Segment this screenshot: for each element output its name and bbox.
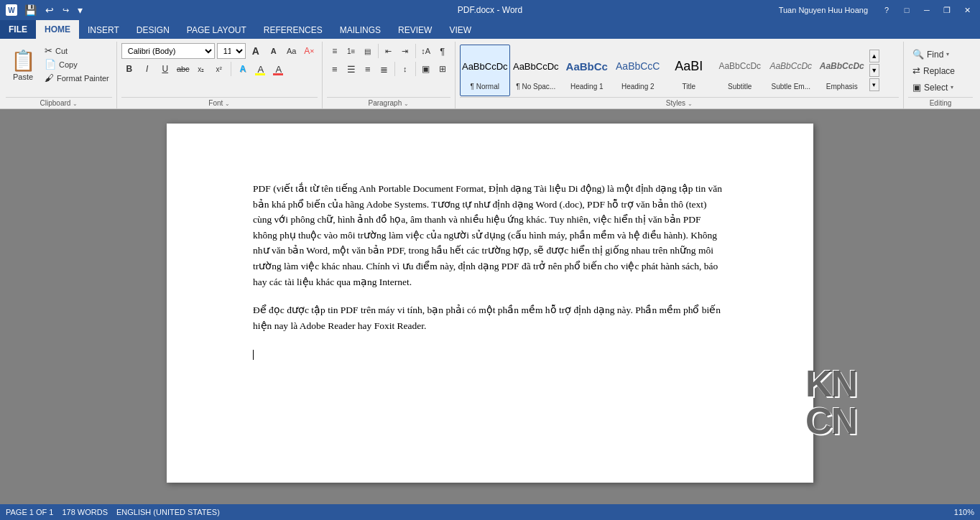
document-page[interactable]: PDF (viết tắt từ tên tiếng Anh Portable … xyxy=(167,124,813,483)
numbering-button[interactable]: 1≡ xyxy=(343,43,359,59)
style-emphasis[interactable]: AaBbCcDc Emphasis xyxy=(817,45,867,96)
style-no-space-label: ¶ No Spac... xyxy=(516,83,555,90)
style-emphasis-preview: AaBbCcDc xyxy=(820,50,864,83)
underline-button[interactable]: U xyxy=(157,61,173,77)
close-button[interactable]: ✕ xyxy=(960,4,974,16)
paragraph-content: ≡ 1≡ ▤ ⇤ ⇥ ↕A ¶ ≡ ☰ ≡ ≣ ↕ xyxy=(327,42,450,97)
styles-expand-icon[interactable]: ⌄ xyxy=(688,101,693,107)
font-size-select[interactable]: 11 xyxy=(217,43,246,59)
increase-indent-button[interactable]: ⇥ xyxy=(397,43,413,59)
redo-button[interactable]: ↪ xyxy=(60,4,72,17)
font-family-select[interactable]: Calibri (Body) xyxy=(121,43,215,59)
user-name: Tuan Nguyen Huu Hoang xyxy=(779,6,868,14)
subscript-button[interactable]: x₂ xyxy=(193,61,209,77)
style-heading1[interactable]: AaBbCc Heading 1 xyxy=(562,45,612,96)
bullets-button[interactable]: ≡ xyxy=(327,43,343,59)
cut-button[interactable]: ✂ Cut xyxy=(42,45,112,57)
quick-access-toolbar: 💾 ↩ ↪ ▾ xyxy=(22,3,85,17)
sort-button[interactable]: ↕A xyxy=(418,43,434,59)
clear-format-icon: A xyxy=(304,46,310,56)
justify-button[interactable]: ≣ xyxy=(376,61,392,77)
show-marks-button[interactable]: ¶ xyxy=(435,43,450,59)
tab-design[interactable]: DESIGN xyxy=(128,22,178,39)
save-button[interactable]: 💾 xyxy=(22,3,40,17)
para-row-1: ≡ 1≡ ▤ ⇤ ⇥ ↕A ¶ xyxy=(327,43,450,59)
copy-button[interactable]: 📄 Copy xyxy=(42,58,112,70)
tab-page-layout[interactable]: PAGE LAYOUT xyxy=(178,22,255,39)
clear-formatting-button[interactable]: A✕ xyxy=(302,43,318,59)
para-row-2: ≡ ☰ ≡ ≣ ↕ ▣ ⊞ xyxy=(327,61,450,77)
paragraph-expand-icon[interactable]: ⌄ xyxy=(404,101,409,107)
strikethrough-button[interactable]: abc xyxy=(175,61,191,77)
word-count: 178 WORDS xyxy=(62,508,108,516)
title-bar: W 💾 ↩ ↪ ▾ PDF.docx - Word Tuan Nguyen Hu… xyxy=(0,0,980,20)
clipboard-group-label: Clipboard ⌄ xyxy=(6,97,112,108)
style-normal[interactable]: AaBbCcDc ¶ Normal xyxy=(460,45,510,96)
style-no-space[interactable]: AaBbCcDc ¶ No Spac... xyxy=(511,45,561,96)
font-expand-icon[interactable]: ⌄ xyxy=(225,101,230,107)
multilevel-button[interactable]: ▤ xyxy=(360,43,376,59)
style-subtitle[interactable]: AaBbCcDc Subtitle xyxy=(715,45,765,96)
tab-file[interactable]: FILE xyxy=(0,20,36,39)
tab-review[interactable]: REVIEW xyxy=(389,22,440,39)
font-shrink-button[interactable]: A xyxy=(266,43,282,59)
style-heading2[interactable]: AaBbCcC Heading 2 xyxy=(613,45,663,96)
tab-view[interactable]: VIEW xyxy=(440,22,480,39)
paragraph-group-label: Paragraph ⌄ xyxy=(327,97,450,108)
customize-quick-access-button[interactable]: ▾ xyxy=(75,3,85,17)
clipboard-content: 📋 Paste ✂ Cut 📄 Copy 🖌 Format Painter xyxy=(6,42,112,97)
styles-content: AaBbCcDc ¶ Normal AaBbCcDc ¶ No Spac... … xyxy=(460,42,899,97)
text-effects-button[interactable]: A xyxy=(235,61,251,77)
replace-button[interactable]: ⇄ Replace xyxy=(908,64,973,78)
cut-icon: ✂ xyxy=(45,45,52,56)
paragraph-group: ≡ 1≡ ▤ ⇤ ⇥ ↕A ¶ ≡ ☰ ≡ ≣ ↕ xyxy=(324,42,456,108)
tab-mailings[interactable]: MAILINGS xyxy=(331,22,389,39)
select-button[interactable]: ▣ Select ▾ xyxy=(908,80,973,94)
font-color-button[interactable]: A xyxy=(271,61,287,77)
styles-more-button[interactable]: ▾ xyxy=(869,78,879,91)
document-area: PDF (viết tắt từ tên tiếng Anh Portable … xyxy=(0,109,980,504)
paste-icon: 📋 xyxy=(11,51,36,71)
cursor-paragraph[interactable] xyxy=(253,346,727,362)
styles-scroll-down[interactable]: ▼ xyxy=(869,64,879,77)
ribbon-tabs: FILE HOME INSERT DESIGN PAGE LAYOUT REFE… xyxy=(0,20,980,39)
superscript-button[interactable]: x² xyxy=(211,61,227,77)
style-subtle-em[interactable]: AaBbCcDc Subtle Em... xyxy=(766,45,816,96)
ribbon: 📋 Paste ✂ Cut 📄 Copy 🖌 Format Painter xyxy=(0,39,980,109)
minimize-button[interactable]: ─ xyxy=(920,4,934,16)
find-button[interactable]: 🔍 Find ▾ xyxy=(908,47,973,61)
style-title[interactable]: AaBI Title xyxy=(664,45,714,96)
borders-button[interactable]: ⊞ xyxy=(435,61,450,77)
align-left-button[interactable]: ≡ xyxy=(327,61,343,77)
ribbon-display-button[interactable]: □ xyxy=(900,4,914,16)
select-arrow: ▾ xyxy=(951,84,953,90)
bold-button[interactable]: B xyxy=(121,61,137,77)
line-spacing-button[interactable]: ↕ xyxy=(397,61,413,77)
shading-button[interactable]: ▣ xyxy=(418,61,434,77)
replace-label: Replace xyxy=(923,66,955,76)
help-button[interactable]: ? xyxy=(879,4,894,16)
tab-references[interactable]: REFERENCES xyxy=(255,22,331,39)
tab-insert[interactable]: INSERT xyxy=(79,22,128,39)
undo-button[interactable]: ↩ xyxy=(42,3,57,17)
font-group-label: Font ⌄ xyxy=(121,97,318,108)
italic-button[interactable]: I xyxy=(139,61,155,77)
font-grow-button[interactable]: A xyxy=(248,43,264,59)
format-painter-button[interactable]: 🖌 Format Painter xyxy=(42,72,112,84)
tab-home[interactable]: HOME xyxy=(36,20,79,39)
paste-button[interactable]: 📋 Paste xyxy=(6,43,40,88)
style-subtle-em-preview: AaBbCcDc xyxy=(769,50,813,83)
status-bar: PAGE 1 OF 1 178 WORDS ENGLISH (UNITED ST… xyxy=(0,504,980,520)
align-center-button[interactable]: ☰ xyxy=(343,61,359,77)
align-right-button[interactable]: ≡ xyxy=(360,61,376,77)
watermark-line1: KN xyxy=(805,365,856,402)
styles-scroll-up[interactable]: ▲ xyxy=(869,50,879,62)
decrease-indent-button[interactable]: ⇤ xyxy=(381,43,397,59)
style-heading2-preview: AaBbCcC xyxy=(616,50,660,83)
change-case-button[interactable]: Aa xyxy=(284,43,300,59)
style-heading2-label: Heading 2 xyxy=(621,83,655,90)
highlight-button[interactable]: A xyxy=(253,61,269,77)
restore-button[interactable]: ❐ xyxy=(940,4,954,16)
clipboard-expand-icon[interactable]: ⌄ xyxy=(73,101,78,107)
font-group: Calibri (Body) 11 A A Aa A✕ B I U xyxy=(119,42,323,108)
